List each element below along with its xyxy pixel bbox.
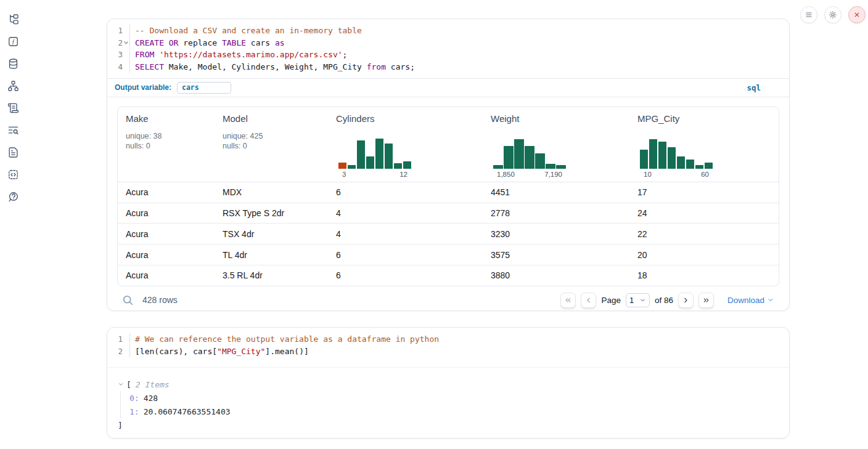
output-variable-input[interactable] — [177, 82, 231, 94]
column-name: Cylinders — [336, 113, 483, 124]
hist-bar — [338, 163, 346, 169]
hist-bar — [658, 142, 666, 169]
fold-chevron-icon[interactable] — [123, 37, 129, 49]
histogram-bars — [338, 137, 411, 169]
table-search-button[interactable] — [123, 295, 133, 305]
page-label: Page — [601, 296, 621, 305]
table-cell: 3230 — [483, 224, 629, 244]
column-header-weight[interactable]: Weight1,8507,190 — [483, 107, 629, 182]
column-header-mpg_city[interactable]: MPG_City1060 — [629, 107, 779, 182]
code-token: OR — [169, 38, 179, 47]
table-cell: 17 — [629, 182, 779, 203]
code-line: 4SELECT Make, Model, Cylinders, Weight, … — [111, 61, 789, 73]
hist-bar — [525, 146, 534, 169]
code-token: SELECT — [135, 62, 164, 71]
first-page-button[interactable] — [560, 293, 576, 308]
hist-bar — [546, 164, 555, 169]
table-cell: TL 4dr — [215, 245, 328, 265]
tree-entry-value: 428 — [144, 394, 158, 403]
code-token: ; — [343, 50, 348, 59]
table-cell: 4451 — [483, 182, 629, 203]
hist-bar — [649, 139, 657, 169]
table-cell: TSX 4dr — [215, 224, 328, 244]
code-text: SELECT Make, Model, Cylinders, Weight, M… — [129, 61, 789, 73]
hist-bar — [394, 163, 402, 169]
column-header-cylinders[interactable]: Cylinders312 — [328, 107, 483, 182]
file-explorer-icon[interactable] — [6, 14, 20, 25]
collapse-chevron-icon[interactable] — [118, 381, 126, 387]
tree-root: [ 2 Items — [118, 378, 779, 391]
table-cell: 6 — [328, 265, 483, 286]
chevron-left-icon — [584, 296, 592, 304]
page-total: of 86 — [655, 296, 673, 305]
hist-bar — [514, 139, 524, 169]
table-cell: 6 — [328, 182, 483, 203]
dependency-graph-icon[interactable] — [6, 80, 20, 92]
table-cell: 22 — [629, 224, 779, 244]
shutdown-button[interactable] — [848, 6, 866, 23]
code-line: 2CREATE OR replace TABLE cars as — [111, 37, 789, 49]
next-page-button[interactable] — [678, 293, 694, 308]
download-button[interactable]: Download — [727, 296, 774, 305]
function-square-icon[interactable]: ƒ — [6, 36, 20, 47]
hist-bar — [535, 153, 545, 169]
hist-bar — [556, 165, 566, 169]
last-page-button[interactable] — [698, 293, 714, 308]
code-token: "MPG_City" — [217, 347, 265, 356]
column-header-model[interactable]: Modelunique: 425nulls: 0 — [215, 107, 328, 182]
code-token: [len(cars), cars[ — [135, 347, 217, 356]
code-token: ].mean()] — [265, 347, 308, 356]
fold-spacer — [123, 333, 129, 346]
hist-bar — [686, 160, 694, 169]
snippets-icon[interactable] — [6, 169, 20, 180]
table-cell: MDX — [215, 182, 328, 203]
code-token: Make, Model, Cylinders, Weight, MPG_City — [164, 62, 367, 71]
chevrons-left-icon — [564, 296, 572, 304]
table-cell: RSX Type S 2dr — [215, 203, 328, 224]
code-token: CREATE — [135, 38, 164, 47]
code-token: 'https://datasets.marimo.app/cars.csv' — [159, 50, 342, 59]
data-table: Makeunique: 38nulls: 0Modelunique: 425nu… — [117, 107, 779, 286]
sql-editor[interactable]: 1-- Download a CSV and create an in-memo… — [107, 19, 789, 78]
code-text: FROM 'https://datasets.marimo.app/cars.c… — [129, 49, 789, 61]
menu-button[interactable] — [800, 6, 817, 23]
page-select-value: 1 — [629, 296, 634, 305]
hist-bar — [640, 150, 648, 169]
settings-button[interactable] — [824, 6, 841, 23]
code-line: 1-- Download a CSV and create an in-memo… — [111, 25, 789, 37]
table-cell: Acura — [118, 203, 215, 224]
column-stats: unique: 38nulls: 0 — [126, 131, 215, 152]
chevron-down-icon — [639, 297, 646, 304]
scroll-logs-icon[interactable] — [6, 102, 20, 114]
sql-cell-output: Makeunique: 38nulls: 0Modelunique: 425nu… — [107, 97, 789, 314]
python-editor[interactable]: 1# We can reference the output variable … — [107, 328, 789, 362]
histogram-bars — [493, 137, 566, 169]
column-histogram: 1060 — [640, 137, 713, 178]
document-icon[interactable] — [6, 147, 20, 158]
table-row: AcuraTL 4dr6357520 — [118, 245, 779, 265]
tree-entry: 1:20.060747663551403 — [129, 405, 779, 418]
chevron-down-icon — [767, 296, 774, 304]
fold-spacer — [123, 49, 129, 61]
database-icon[interactable] — [6, 58, 20, 70]
code-token: TABLE — [222, 38, 246, 47]
code-token: as — [275, 38, 285, 47]
line-number: 2 — [111, 37, 123, 49]
code-line: 3FROM 'https://datasets.marimo.app/cars.… — [111, 49, 789, 61]
table-header-row: Makeunique: 38nulls: 0Modelunique: 425nu… — [118, 107, 779, 182]
text-search-icon[interactable] — [6, 124, 20, 136]
fold-spacer — [123, 346, 129, 358]
line-number: 2 — [111, 346, 123, 358]
hist-bar — [493, 165, 503, 169]
items-count: 2 Items — [136, 380, 170, 389]
hist-bar — [375, 139, 383, 169]
table-cell: 3.5 RL 4dr — [215, 265, 328, 286]
help-chat-icon[interactable] — [6, 191, 20, 203]
code-line: 1# We can reference the output variable … — [111, 333, 789, 346]
prev-page-button[interactable] — [581, 293, 596, 308]
table-cell: 20 — [629, 245, 779, 265]
column-header-make[interactable]: Makeunique: 38nulls: 0 — [118, 107, 215, 182]
code-text: # We can reference the output variable a… — [129, 333, 789, 346]
page-select[interactable]: 1 — [626, 293, 650, 307]
language-badge: sql — [747, 83, 782, 92]
